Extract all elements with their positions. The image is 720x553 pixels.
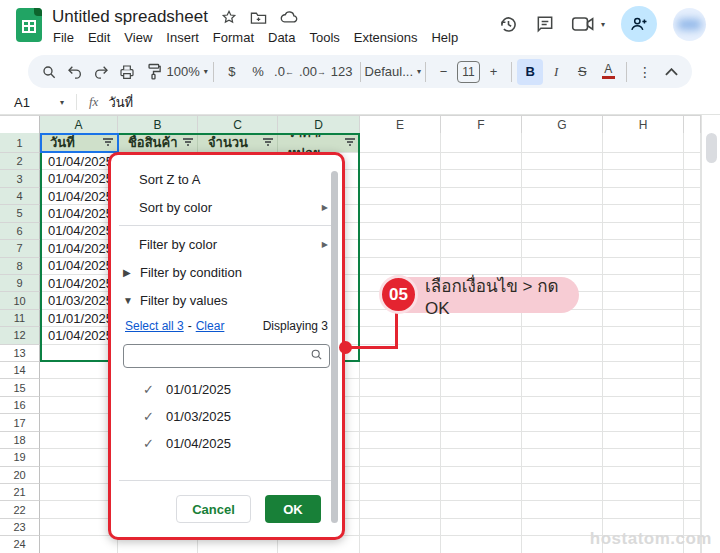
cell-partial-11[interactable] <box>684 310 701 327</box>
column-header-c[interactable]: C <box>198 116 278 133</box>
filter-value-item[interactable]: ✓01/01/2025 <box>111 376 342 403</box>
cell-partial-6[interactable] <box>684 223 701 240</box>
document-title[interactable]: Untitled spreadsheet <box>52 7 208 27</box>
cell-e6[interactable] <box>360 223 441 240</box>
row-header-22[interactable]: 22 <box>0 501 40 518</box>
cell-g15[interactable] <box>522 379 603 396</box>
cell-h13[interactable] <box>603 345 684 362</box>
cell-f17[interactable] <box>441 414 522 431</box>
cell-a22[interactable] <box>40 501 118 518</box>
cell-a12[interactable]: 01/04/2025 <box>40 327 118 344</box>
cell-g6[interactable] <box>522 223 603 240</box>
cell-f2[interactable] <box>441 153 522 170</box>
row-header-18[interactable]: 18 <box>0 432 40 449</box>
column-header-b[interactable]: B <box>118 116 198 133</box>
formula-input[interactable]: วันที่ <box>108 92 133 113</box>
cell-e20[interactable] <box>360 467 441 484</box>
cell-partial-17[interactable] <box>684 414 701 431</box>
filter-funnel-icon[interactable] <box>182 135 194 150</box>
cell-partial-12[interactable] <box>684 327 701 344</box>
cell-e14[interactable] <box>360 362 441 379</box>
cell-e7[interactable] <box>360 240 441 257</box>
cell-f18[interactable] <box>441 432 522 449</box>
cell-a9[interactable]: 01/04/2025 <box>40 275 118 292</box>
cancel-button[interactable]: Cancel <box>176 495 251 523</box>
cell-g7[interactable] <box>522 240 603 257</box>
cell-g12[interactable] <box>522 327 603 344</box>
cell-f13[interactable] <box>441 345 522 362</box>
cell-f23[interactable] <box>441 519 522 536</box>
cell-a17[interactable] <box>40 414 118 431</box>
row-header-11[interactable]: 11 <box>0 310 40 327</box>
cell-f1[interactable] <box>441 133 522 153</box>
cell-h10[interactable] <box>603 292 684 309</box>
filter-funnel-icon[interactable] <box>262 135 274 150</box>
cell-h2[interactable] <box>603 153 684 170</box>
cell-e16[interactable] <box>360 397 441 414</box>
cell-h16[interactable] <box>603 397 684 414</box>
cell-e23[interactable] <box>360 519 441 536</box>
cell-f19[interactable] <box>441 449 522 466</box>
row-header-8[interactable]: 8 <box>0 258 40 275</box>
cell-a8[interactable]: 01/04/2025 <box>40 258 118 275</box>
font-size-input[interactable]: 11 <box>457 61 481 83</box>
italic-button[interactable]: I <box>543 59 569 85</box>
cell-h6[interactable] <box>603 223 684 240</box>
cell-h21[interactable] <box>603 484 684 501</box>
cell-e21[interactable] <box>360 484 441 501</box>
cell-f24[interactable] <box>441 536 522 553</box>
menu-data[interactable]: Data <box>261 28 302 47</box>
cell-e3[interactable] <box>360 170 441 187</box>
column-header-a[interactable]: A <box>40 116 118 133</box>
cell-partial-10[interactable] <box>684 292 701 309</box>
cell-g20[interactable] <box>522 467 603 484</box>
cell-a7[interactable]: 01/04/2025 <box>40 240 118 257</box>
row-header-2[interactable]: 2 <box>0 153 40 170</box>
cell-a4[interactable]: 01/04/2025 <box>40 188 118 205</box>
strikethrough-button[interactable]: S <box>569 59 595 85</box>
menu-edit[interactable]: Edit <box>81 28 117 47</box>
cell-e24[interactable] <box>360 536 441 553</box>
cell-f14[interactable] <box>441 362 522 379</box>
row-header-15[interactable]: 15 <box>0 379 40 396</box>
format-currency-button[interactable]: $ <box>219 59 245 85</box>
clear-link[interactable]: Clear <box>196 319 225 333</box>
camera-dropdown-caret[interactable]: ▾ <box>601 20 605 29</box>
cell-g18[interactable] <box>522 432 603 449</box>
cell-a10[interactable]: 01/03/2025 <box>40 292 118 309</box>
cell-g5[interactable] <box>522 205 603 222</box>
column-header-f[interactable]: F <box>441 116 522 133</box>
cell-a14[interactable] <box>40 362 118 379</box>
cell-g3[interactable] <box>522 170 603 187</box>
filter-funnel-icon[interactable] <box>344 135 356 150</box>
share-button[interactable] <box>621 6 657 42</box>
cell-h12[interactable] <box>603 327 684 344</box>
cell-h22[interactable] <box>603 501 684 518</box>
version-history-icon[interactable] <box>498 14 519 35</box>
vertical-scrollbar[interactable] <box>701 115 720 553</box>
column-header-g[interactable]: G <box>522 116 603 133</box>
cell-g1[interactable] <box>522 133 603 153</box>
cell-partial-15[interactable] <box>684 379 701 396</box>
row-header-9[interactable]: 9 <box>0 275 40 292</box>
cell-f15[interactable] <box>441 379 522 396</box>
row-header-10[interactable]: 10 <box>0 292 40 309</box>
row-header-16[interactable]: 16 <box>0 397 40 414</box>
cell-g19[interactable] <box>522 449 603 466</box>
cell-g16[interactable] <box>522 397 603 414</box>
cell-a24[interactable] <box>40 536 118 553</box>
print-icon[interactable] <box>114 59 140 85</box>
cell-e22[interactable] <box>360 501 441 518</box>
menu-extensions[interactable]: Extensions <box>347 28 425 47</box>
column-header-partial[interactable] <box>684 116 701 133</box>
row-header-7[interactable]: 7 <box>0 240 40 257</box>
cell-h15[interactable] <box>603 379 684 396</box>
row-header-21[interactable]: 21 <box>0 484 40 501</box>
cell-e5[interactable] <box>360 205 441 222</box>
zoom-select[interactable]: 100%▾ <box>166 59 208 85</box>
menu-file[interactable]: File <box>46 28 81 47</box>
cell-a6[interactable]: 01/04/2025 <box>40 223 118 240</box>
cell-partial-4[interactable] <box>684 188 701 205</box>
checkmark-icon[interactable]: ✓ <box>143 382 154 397</box>
cell-a11[interactable]: 01/01/2025 <box>40 310 118 327</box>
